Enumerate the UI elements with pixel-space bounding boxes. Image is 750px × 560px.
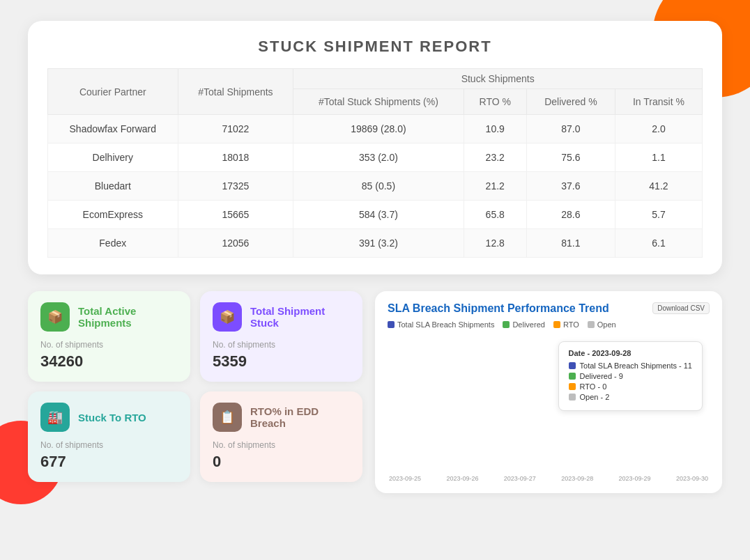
metric-value-rto-edd: 0 bbox=[213, 453, 350, 471]
metric-sublabel-rto-edd: No. of shipments bbox=[213, 440, 350, 450]
tooltip-row: Total SLA Breach Shipments - 11 bbox=[569, 361, 692, 370]
cell-courier: Bluedart bbox=[48, 172, 178, 201]
tooltip-dot bbox=[569, 362, 576, 369]
cell-rto: 12.8 bbox=[464, 229, 526, 258]
legend-label: RTO bbox=[563, 320, 579, 329]
cell-courier: Shadowfax Forward bbox=[48, 115, 178, 143]
legend-item: RTO bbox=[553, 320, 579, 329]
download-csv-button[interactable]: Download CSV bbox=[652, 302, 710, 314]
tooltip-row-label: Total SLA Breach Shipments - 11 bbox=[580, 361, 692, 370]
chart-title: SLA Breach Shipment Performance Trend bbox=[388, 302, 609, 315]
metric-header: 🏭 Stuck To RTO bbox=[40, 403, 178, 432]
metrics-grid: 📦 Total Active Shipments No. of shipment… bbox=[28, 291, 362, 482]
x-label: 2023-09-29 bbox=[619, 475, 651, 482]
svg-rect-19 bbox=[520, 393, 529, 460]
col-total-shipments: #Total Shipments bbox=[178, 69, 293, 115]
table-row: Bluedart 17325 85 (0.5) 21.2 37.6 41.2 bbox=[48, 172, 703, 201]
legend-label: Delivered bbox=[512, 320, 544, 329]
metric-value-total-stuck: 5359 bbox=[213, 352, 350, 371]
tooltip-dot bbox=[569, 394, 576, 400]
cell-courier: Delhivery bbox=[48, 143, 178, 172]
metric-icon-rto-edd: 📋 bbox=[213, 403, 242, 432]
x-label: 2023-09-30 bbox=[676, 475, 708, 482]
cell-delivered: 37.6 bbox=[526, 172, 615, 201]
tooltip-dot bbox=[569, 373, 576, 380]
tooltip-row: RTO - 0 bbox=[569, 382, 692, 391]
cell-rto: 21.2 bbox=[464, 172, 526, 201]
cell-delivered: 81.1 bbox=[526, 229, 615, 258]
tooltip-row-label: Open - 2 bbox=[580, 393, 610, 401]
svg-rect-18 bbox=[509, 386, 518, 460]
tooltip-row: Delivered - 9 bbox=[569, 372, 692, 380]
metric-header: 📋 RTO% in EDD Breach bbox=[213, 403, 350, 432]
x-label: 2023-09-28 bbox=[561, 475, 593, 482]
legend-item: Total SLA Breach Shipments bbox=[388, 320, 494, 329]
metric-card-rto-edd: 📋 RTO% in EDD Breach No. of shipments 0 bbox=[200, 391, 362, 482]
metric-label-stuck-rto: Stuck To RTO bbox=[78, 412, 146, 423]
cell-in-transit: 5.7 bbox=[615, 201, 702, 229]
cell-rto: 10.9 bbox=[464, 115, 526, 143]
legend-label: Total SLA Breach Shipments bbox=[397, 320, 494, 329]
cell-delivered: 87.0 bbox=[526, 115, 615, 143]
cell-total: 17325 bbox=[178, 172, 293, 201]
col-delivered-pct: Delivered % bbox=[526, 89, 615, 115]
metric-value-stuck-rto: 677 bbox=[40, 453, 178, 471]
table-row: Fedex 12056 391 (3.2) 12.8 81.1 6.1 bbox=[48, 229, 703, 258]
cell-stuck: 19869 (28.0) bbox=[293, 115, 464, 143]
chart-legend: Total SLA Breach Shipments Delivered RTO… bbox=[388, 320, 710, 329]
col-group-stuck: Stuck Shipments bbox=[293, 69, 703, 89]
cell-rto: 65.8 bbox=[464, 201, 526, 229]
metric-sublabel-total-stuck: No. of shipments bbox=[213, 340, 350, 350]
table-row: Delhivery 18018 353 (2.0) 23.2 75.6 1.1 bbox=[48, 143, 703, 172]
svg-rect-29 bbox=[641, 457, 650, 460]
report-title: STUCK SHIPMENT REPORT bbox=[47, 38, 703, 56]
col-total-stuck-pct: #Total Stuck Shipments (%) bbox=[293, 89, 464, 115]
cell-total: 12056 bbox=[178, 229, 293, 258]
svg-text:20: 20 bbox=[397, 428, 404, 435]
svg-text:60: 60 bbox=[397, 368, 404, 375]
svg-rect-14 bbox=[459, 368, 468, 460]
svg-rect-15 bbox=[470, 374, 480, 460]
cell-in-transit: 1.1 bbox=[615, 143, 702, 172]
svg-text:80: 80 bbox=[397, 339, 404, 345]
col-rto-pct: RTO % bbox=[464, 89, 526, 115]
tooltip-row-label: Delivered - 9 bbox=[580, 372, 623, 380]
legend-dot bbox=[588, 321, 595, 328]
metric-icon-total-active: 📦 bbox=[40, 302, 70, 332]
tooltip-dot bbox=[569, 383, 576, 390]
chart-card: SLA Breach Shipment Performance Trend Do… bbox=[375, 291, 722, 493]
legend-label: Open bbox=[597, 320, 616, 329]
cell-rto: 23.2 bbox=[464, 143, 526, 172]
metric-icon-stuck-rto: 🏭 bbox=[40, 403, 70, 432]
metric-card-total-stuck: 📦 Total Shipment Stuck No. of shipments … bbox=[200, 291, 362, 382]
chart-x-labels: 2023-09-252023-09-262023-09-272023-09-28… bbox=[388, 475, 710, 482]
main-container: STUCK SHIPMENT REPORT Courier Partner #T… bbox=[0, 0, 750, 514]
svg-rect-31 bbox=[668, 456, 677, 460]
cell-total: 71022 bbox=[178, 115, 293, 143]
legend-dot bbox=[503, 321, 510, 328]
cell-stuck: 584 (3.7) bbox=[293, 201, 464, 229]
legend-dot bbox=[388, 321, 395, 328]
cell-courier: EcomExpress bbox=[48, 201, 178, 229]
svg-rect-30 bbox=[657, 454, 666, 460]
metric-value-total-active: 34260 bbox=[40, 352, 178, 371]
metric-card-stuck-rto: 🏭 Stuck To RTO No. of shipments 677 bbox=[28, 391, 190, 482]
table-row: Shadowfax Forward 71022 19869 (28.0) 10.… bbox=[48, 115, 703, 143]
bottom-section: 📦 Total Active Shipments No. of shipment… bbox=[28, 291, 722, 493]
tooltip-date: Date - 2023-09-28 bbox=[569, 349, 692, 357]
table-card: STUCK SHIPMENT REPORT Courier Partner #T… bbox=[28, 21, 722, 274]
cell-total: 18018 bbox=[178, 143, 293, 172]
metric-label-total-stuck: Total Shipment Stuck bbox=[250, 305, 350, 329]
svg-rect-13 bbox=[445, 456, 454, 460]
col-courier-partner: Courier Partner bbox=[48, 69, 178, 115]
cell-total: 15665 bbox=[178, 201, 293, 229]
svg-rect-26 bbox=[607, 448, 616, 460]
chart-container: 020406080 Date - 2023-09-28 Total SLA Br… bbox=[388, 334, 710, 474]
svg-rect-25 bbox=[592, 457, 602, 460]
x-label: 2023-09-25 bbox=[389, 475, 421, 482]
svg-rect-10 bbox=[410, 423, 419, 460]
svg-rect-22 bbox=[558, 444, 567, 460]
svg-rect-16 bbox=[482, 458, 491, 460]
svg-rect-23 bbox=[569, 446, 579, 460]
cell-delivered: 75.6 bbox=[526, 143, 615, 172]
